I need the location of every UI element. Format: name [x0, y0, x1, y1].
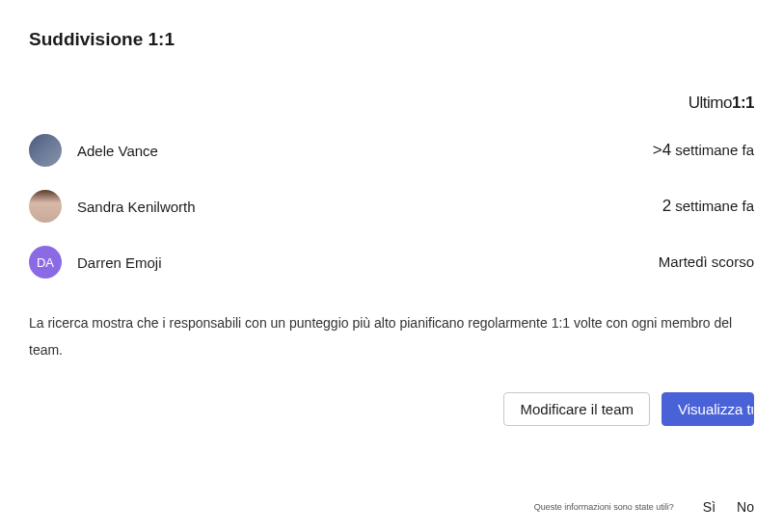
feedback-prompt: Queste informazioni sono state utili?: [534, 502, 674, 512]
column-header-bold: 1:1: [732, 93, 754, 112]
feedback-no[interactable]: No: [737, 499, 754, 515]
avatar: DA: [29, 246, 62, 279]
member-name: Darren Emoji: [77, 254, 659, 271]
info-text: La ricerca mostra che i responsabili con…: [29, 309, 754, 363]
column-header-prefix: Ultimo: [688, 93, 732, 112]
feedback-row: Queste informazioni sono state utili? Sì…: [534, 499, 754, 515]
column-header: Ultimo1:1: [688, 93, 754, 113]
time-unit: Martedì scorso: [659, 253, 754, 270]
time-unit: settimane fa: [671, 198, 754, 214]
member-last-time: >4 settimane fa: [653, 141, 754, 160]
column-header-row: Ultimo1:1: [29, 93, 754, 113]
member-row: DA Darren Emoji Martedì scorso: [29, 234, 754, 290]
feedback-yes[interactable]: Sì: [703, 499, 716, 515]
member-row: Sandra Kenilworth 2 settimane fa: [29, 178, 754, 234]
avatar: [29, 190, 62, 223]
edit-team-button[interactable]: Modificare il team: [503, 392, 650, 426]
view-all-button[interactable]: Visualizza tu: [662, 392, 754, 426]
avatar: [29, 134, 62, 167]
time-value: 2: [662, 197, 671, 215]
time-unit: settimane fa: [671, 142, 754, 158]
member-name: Sandra Kenilworth: [77, 199, 662, 215]
member-last-time: Martedì scorso: [659, 253, 754, 272]
button-row: Modificare il team Visualizza tu: [29, 392, 754, 426]
member-last-time: 2 settimane fa: [662, 197, 754, 216]
card-title: Suddivisione 1:1: [29, 29, 754, 50]
member-name: Adele Vance: [77, 143, 653, 159]
member-row: Adele Vance >4 settimane fa: [29, 122, 754, 178]
breakdown-card: Suddivisione 1:1 Ultimo1:1 Adele Vance >…: [0, 0, 783, 532]
time-value: >4: [653, 141, 671, 159]
